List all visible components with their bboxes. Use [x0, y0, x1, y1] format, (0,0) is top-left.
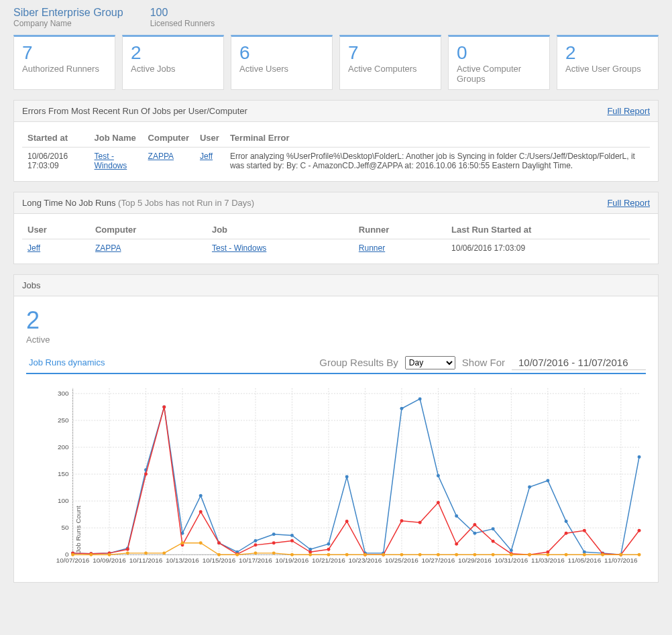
errors-title: Errors From Most Recent Run Of Jobs per … — [22, 106, 247, 116]
jobs-active-label: Active — [14, 335, 658, 355]
svg-text:300: 300 — [58, 390, 69, 397]
date-range-input[interactable]: 10/07/2016 - 11/07/2016 — [512, 355, 646, 370]
jobs-panel: Jobs 2 Active Job Runs dynamics Group Re… — [13, 274, 659, 583]
svg-point-91 — [254, 543, 257, 546]
tab-job-runs-dynamics[interactable]: Job Runs dynamics — [26, 355, 107, 370]
stat-label: Active Computers — [348, 64, 433, 74]
svg-point-108 — [565, 532, 568, 535]
jobs-count: 2 — [14, 296, 658, 335]
group-by-label: Group Results By — [319, 357, 398, 368]
svg-text:10/17/2016: 10/17/2016 — [239, 557, 272, 564]
svg-text:10/19/2016: 10/19/2016 — [276, 557, 309, 564]
stale-full-report-link[interactable]: Full Report — [607, 198, 650, 208]
errors-panel: Errors From Most Recent Run Of Jobs per … — [13, 100, 659, 182]
svg-text:150: 150 — [58, 470, 69, 477]
svg-point-102 — [455, 542, 458, 546]
computer-link[interactable]: ZAPPA — [95, 243, 121, 253]
svg-point-67 — [400, 407, 403, 410]
svg-point-101 — [437, 501, 440, 504]
stat-label: Authorized Runners — [22, 64, 107, 74]
svg-point-86 — [162, 405, 166, 408]
svg-point-56 — [199, 494, 203, 498]
header: Siber Enterprise Group Company Name 100 … — [0, 0, 672, 35]
svg-text:10/23/2016: 10/23/2016 — [349, 557, 382, 564]
stale-title: Long Time No Job Runs (Top 5 Jobs has no… — [22, 198, 254, 208]
svg-text:10/15/2016: 10/15/2016 — [203, 557, 236, 564]
licensed-runners-label: Licensed Runners — [150, 19, 215, 28]
svg-point-124 — [272, 551, 276, 555]
svg-text:250: 250 — [58, 416, 69, 424]
svg-text:100: 100 — [58, 497, 69, 504]
svg-point-139 — [546, 553, 549, 557]
svg-point-140 — [565, 553, 568, 557]
svg-point-114 — [89, 553, 93, 557]
table-header: Computer — [90, 221, 207, 239]
svg-point-120 — [199, 541, 203, 544]
svg-point-117 — [144, 551, 148, 555]
svg-point-72 — [492, 527, 495, 530]
licensed-runners-block: 100 Licensed Runners — [150, 7, 215, 28]
svg-point-73 — [510, 549, 513, 552]
svg-point-92 — [272, 541, 276, 544]
jobs-title: Jobs — [22, 280, 40, 290]
stat-value: 7 — [348, 42, 433, 64]
svg-point-141 — [583, 553, 586, 557]
svg-point-130 — [382, 553, 385, 557]
table-row: Jeff ZAPPA Test - Windows Runner 10/06/2… — [22, 239, 650, 257]
table-header: Runner — [353, 221, 446, 239]
svg-text:10/13/2016: 10/13/2016 — [166, 557, 199, 564]
svg-point-85 — [144, 473, 148, 476]
group-by-select[interactable]: Day — [405, 356, 455, 369]
svg-point-76 — [565, 520, 568, 523]
svg-point-127 — [327, 553, 330, 557]
errors-full-report-link[interactable]: Full Report — [607, 106, 650, 116]
table-header: Terminal Error — [225, 129, 650, 148]
stat-label: Active Computer Groups — [457, 64, 541, 84]
svg-point-125 — [290, 553, 294, 557]
stat-value: 7 — [22, 42, 107, 64]
table-header: User — [194, 129, 225, 148]
svg-point-135 — [473, 553, 476, 557]
svg-point-137 — [510, 553, 513, 557]
company-label: Company Name — [13, 19, 123, 28]
chart: 05010015020025030010/07/201610/09/201610… — [14, 374, 658, 582]
company-name: Siber Enterprise Group — [13, 7, 123, 19]
svg-point-71 — [473, 532, 476, 535]
runner-link[interactable]: Runner — [359, 243, 385, 253]
licensed-runners-value: 100 — [150, 7, 215, 19]
stale-table: UserComputerJobRunnerLast Run Started at… — [22, 221, 650, 257]
svg-text:10/29/2016: 10/29/2016 — [458, 557, 492, 564]
job-link[interactable]: Test - Windows — [212, 243, 266, 253]
svg-point-126 — [309, 553, 312, 557]
svg-point-109 — [583, 529, 586, 532]
svg-point-121 — [217, 553, 221, 557]
stat-value: 2 — [131, 42, 215, 64]
svg-point-134 — [455, 553, 458, 557]
stat-card[interactable]: 7 Authorized Runners — [13, 35, 115, 90]
svg-point-103 — [473, 523, 476, 526]
svg-point-129 — [363, 553, 367, 557]
stat-card[interactable]: 7 Active Computers — [339, 35, 441, 90]
job-link[interactable]: Test - Windows — [95, 152, 127, 170]
table-header: User — [22, 221, 90, 239]
stat-card[interactable]: 2 Active Jobs — [122, 35, 224, 90]
stat-card[interactable]: 2 Active User Groups — [557, 35, 659, 90]
computer-link[interactable]: ZAPPA — [148, 152, 174, 161]
user-link[interactable]: Jeff — [200, 152, 213, 161]
svg-point-60 — [272, 532, 276, 536]
svg-point-96 — [345, 520, 349, 523]
svg-point-136 — [492, 553, 495, 557]
stat-card[interactable]: 6 Active Users — [231, 35, 333, 90]
svg-point-74 — [528, 485, 531, 489]
user-link[interactable]: Jeff — [27, 243, 40, 253]
svg-point-75 — [546, 479, 549, 482]
svg-point-70 — [455, 514, 458, 518]
stat-card[interactable]: 0 Active Computer Groups — [448, 35, 550, 90]
svg-point-113 — [71, 553, 74, 557]
show-for-label: Show For — [462, 357, 505, 368]
company-block: Siber Enterprise Group Company Name — [13, 7, 123, 28]
svg-text:10/11/2016: 10/11/2016 — [129, 557, 163, 564]
svg-point-104 — [492, 540, 495, 543]
stat-label: Active Jobs — [131, 64, 215, 74]
stat-cards: 7 Authorized Runners 2 Active Jobs 6 Act… — [0, 35, 672, 100]
